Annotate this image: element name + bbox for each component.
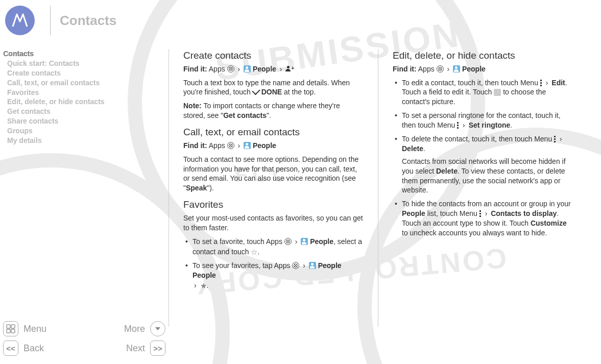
text: at the top. xyxy=(284,88,316,96)
star-icon: ☆ xyxy=(251,248,257,256)
toc-item[interactable]: Get contacts xyxy=(3,107,169,116)
heading-create-contacts: Create contacts xyxy=(183,49,364,62)
toc-item[interactable]: Edit, delete, or hide contacts xyxy=(3,97,169,107)
list-item: To set a favorite, touch Apps › People, … xyxy=(185,237,364,257)
text: People xyxy=(402,209,425,217)
arrow-icon: › xyxy=(295,237,298,246)
arrow-icon: › xyxy=(280,65,282,73)
list-item: To see your favorites, tap Apps › People… xyxy=(185,261,364,290)
text: To see your favorites, tap Apps xyxy=(193,261,292,270)
toc-sidebar: Contacts Quick start: Contacts Create co… xyxy=(0,41,169,327)
people-icon xyxy=(453,65,460,72)
text: Apps xyxy=(209,141,225,150)
toc-item[interactable]: Call, text, or email contacts xyxy=(3,78,169,88)
apps-icon xyxy=(227,65,234,72)
text: Edit xyxy=(551,79,565,87)
overflow-menu-icon xyxy=(554,136,556,142)
toc-item[interactable]: My details xyxy=(3,136,169,145)
heading-favorites: Favorites xyxy=(183,198,364,211)
text: to uncheck accounts you always want to h… xyxy=(402,229,547,237)
svg-rect-1 xyxy=(11,325,15,328)
motorola-logo-icon xyxy=(5,6,35,35)
nav-label: Menu xyxy=(23,324,46,334)
picture-icon xyxy=(494,89,501,96)
arrow-icon: › xyxy=(560,135,562,143)
text: list, touch Menu xyxy=(425,209,479,217)
people-icon xyxy=(309,262,316,269)
svg-marker-4 xyxy=(155,327,160,330)
star-icon: ★ xyxy=(200,281,207,290)
text: Delete xyxy=(436,167,458,175)
heading-edit-delete-hide: Edit, delete, or hide contacts xyxy=(393,49,573,62)
text: . xyxy=(207,281,209,289)
arrow-icon: › xyxy=(485,209,488,217)
svg-rect-0 xyxy=(7,325,10,328)
next-button[interactable]: Next >> xyxy=(126,341,165,356)
paragraph: Set your most-used contacts as favorites… xyxy=(183,213,364,233)
arrow-icon: › xyxy=(303,261,305,270)
toc-item[interactable]: Favorites xyxy=(3,88,169,98)
list-item: To hide the contacts from an account or … xyxy=(395,199,573,238)
people-icon xyxy=(244,142,251,149)
nav-label: Next xyxy=(126,343,145,354)
check-icon xyxy=(252,87,260,95)
back-icon: << xyxy=(3,341,18,356)
find-it-label: Find it: xyxy=(183,141,207,150)
toc-item[interactable]: Share contacts xyxy=(3,116,169,126)
text: People xyxy=(253,65,276,73)
apps-icon xyxy=(292,262,299,269)
find-it-label: Find it: xyxy=(183,65,207,73)
arrow-icon: › xyxy=(237,65,240,73)
overflow-menu-icon xyxy=(457,122,459,129)
toc-item[interactable]: Create contacts xyxy=(3,68,169,78)
arrow-icon: › xyxy=(463,121,465,129)
arrow-icon: › xyxy=(194,281,197,289)
toc-item[interactable]: Quick start: Contacts xyxy=(3,59,169,68)
heading-call-text-email: Call, text, or email contacts xyxy=(183,126,364,139)
people-icon xyxy=(301,238,308,245)
text: Apps xyxy=(209,65,225,73)
text: To hide the contacts from an account or … xyxy=(402,200,571,208)
more-button[interactable]: More xyxy=(124,321,165,336)
overflow-menu-icon xyxy=(479,210,482,217)
header-divider xyxy=(50,6,51,35)
apps-icon xyxy=(284,238,292,245)
arrow-icon: › xyxy=(447,65,449,73)
toc-item[interactable]: Groups xyxy=(3,126,169,136)
back-button[interactable]: << Back xyxy=(3,341,44,356)
menu-icon xyxy=(3,321,18,336)
note-paragraph: Note: To import contacts or change where… xyxy=(183,101,364,120)
link[interactable]: Speak xyxy=(186,184,207,192)
svg-rect-3 xyxy=(11,329,15,333)
list-item: To set a personal ringtone for the conta… xyxy=(395,111,573,130)
text: . xyxy=(257,248,259,256)
link[interactable]: Get contacts xyxy=(223,111,267,119)
apps-icon xyxy=(437,65,444,72)
text: Contacts to display xyxy=(491,209,557,217)
apps-icon xyxy=(227,142,234,149)
paragraph: Touch a text box to type the name and de… xyxy=(183,78,364,98)
menu-button[interactable]: Menu xyxy=(3,321,46,336)
overflow-menu-icon xyxy=(540,80,542,86)
paragraph: Touch a contact to see more options. Dep… xyxy=(183,155,364,193)
content-column-2: Edit, delete, or hide contacts Find it: … xyxy=(378,49,587,327)
text: "). xyxy=(207,184,214,192)
arrow-icon: › xyxy=(237,141,240,150)
add-person-icon xyxy=(285,66,293,72)
text: To delete the contact, touch it, then to… xyxy=(402,135,554,143)
text: To set a favorite, touch Apps xyxy=(193,237,284,246)
next-icon: >> xyxy=(150,341,165,356)
text: To edit a contact, touch it, then touch … xyxy=(402,79,540,87)
find-it-call: Find it: Apps › People xyxy=(183,141,364,151)
list-item: To edit a contact, touch it, then touch … xyxy=(395,78,573,107)
list-item: To delete the contact, touch it, then to… xyxy=(395,134,573,195)
text: People xyxy=(462,65,486,73)
text: DONE xyxy=(261,88,282,96)
text: . xyxy=(510,121,512,129)
note-label: Note: xyxy=(183,102,202,110)
find-it-create: Find it: Apps › People › xyxy=(183,64,364,74)
text: Apps xyxy=(418,65,435,73)
nav-label: Back xyxy=(23,343,44,354)
find-it-label: Find it: xyxy=(393,65,417,73)
content-column-1: Create contacts Find it: Apps › People ›… xyxy=(169,49,378,327)
